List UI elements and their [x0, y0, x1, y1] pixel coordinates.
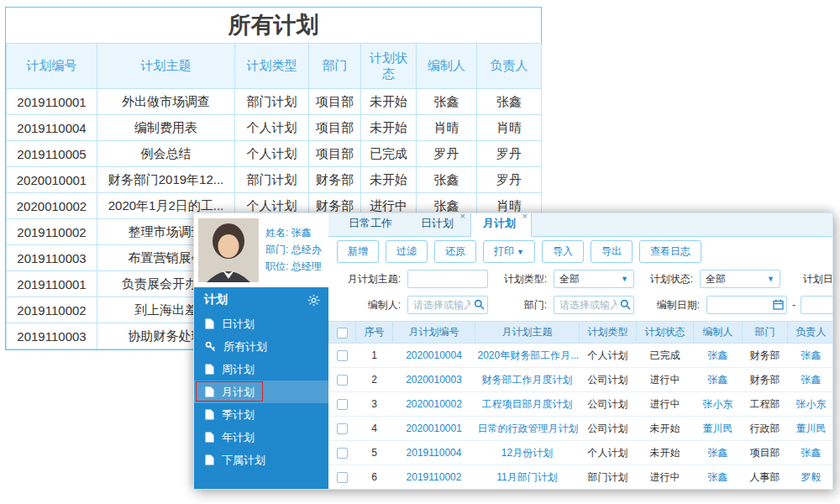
row-checkbox[interactable]	[337, 350, 348, 361]
toolbar-button[interactable]: 导入	[542, 240, 584, 263]
plan-table-cell: 5	[356, 441, 393, 465]
checkbox-cell	[329, 441, 356, 465]
plan-table-link-cell[interactable]: 张鑫	[788, 368, 833, 392]
row-checkbox[interactable]	[337, 423, 348, 434]
sidebar-item[interactable]: 日计划	[194, 312, 328, 335]
row-checkbox[interactable]	[337, 448, 348, 459]
plan-table-link-cell[interactable]: 2020年财务部工作月...	[475, 344, 580, 368]
tab-close-icon[interactable]: ×	[460, 213, 465, 221]
plan-table-row: 120200100042020年财务部工作月...个人计划已完成张鑫财务部张鑫	[329, 344, 833, 368]
type-filter-value: 全部	[559, 272, 580, 286]
sidebar-item[interactable]: 下属计划	[194, 449, 328, 471]
bg-table-cell: 罗丹	[477, 141, 542, 167]
plan-table: 序号月计划编号月计划主题计划类型计划状态编制人部门负责人 12020010004…	[328, 321, 832, 489]
toolbar-button[interactable]: 打印▼	[483, 240, 535, 263]
key-icon	[205, 341, 216, 352]
sidebar-item[interactable]: 年计划	[194, 426, 328, 449]
type-filter-select[interactable]: 全部 ▼	[554, 270, 634, 288]
plan-table-link-cell[interactable]: 2020010002	[393, 392, 475, 417]
plan-table-link-cell[interactable]: 日常的行政管理月计划	[475, 417, 580, 441]
gear-icon[interactable]	[307, 294, 320, 307]
tab-label: 月计划	[483, 217, 516, 229]
select-all-checkbox[interactable]	[337, 328, 348, 339]
tab-close-icon[interactable]: ×	[522, 213, 528, 221]
profile-name: 姓名: 张鑫	[265, 224, 322, 241]
bg-table-cell: 张鑫	[417, 167, 477, 193]
plan-table-cell: 2	[356, 368, 393, 392]
plan-table-link-cell[interactable]: 2020010001	[393, 417, 475, 441]
sidebar-item[interactable]: 所有计划	[194, 335, 328, 358]
plan-column-header: 序号	[356, 322, 393, 344]
plan-table-cell: 进行中	[637, 368, 694, 392]
sidebar-item[interactable]: 周计划	[194, 358, 328, 381]
bg-table-cell: 项目部	[309, 89, 361, 115]
tab[interactable]: 月计划×	[470, 213, 532, 237]
bg-table-cell: 张鑫	[477, 89, 542, 115]
bg-table-cell: 财务部	[309, 167, 361, 193]
bg-table-cell: 2019110005	[7, 141, 97, 167]
plan-table-link-cell[interactable]: 2020010004	[393, 344, 475, 368]
plan-table-link-cell[interactable]: 张鑫	[694, 344, 743, 368]
date-range-separator: -	[792, 299, 795, 311]
row-checkbox[interactable]	[337, 399, 348, 410]
bg-column-header: 计划类型	[235, 44, 309, 89]
plan-table-link-cell[interactable]: 罗毅	[788, 465, 833, 490]
search-icon[interactable]	[474, 299, 485, 310]
filter-panel: 月计划主题: 计划类型: 全部 ▼ 计划状态: 全部 ▼ 计划日期:	[328, 265, 832, 321]
plan-table-link-cell[interactable]: 2019110004	[393, 441, 475, 465]
bg-table-cell: 肖晴	[417, 115, 477, 141]
plan-table-link-cell[interactable]: 2020010003	[393, 368, 475, 392]
file-icon	[205, 432, 214, 443]
sidebar-item[interactable]: 季计划	[194, 403, 328, 426]
tab[interactable]: 日计划×	[409, 213, 469, 236]
plan-column-header: 月计划编号	[393, 322, 475, 344]
plan-table-link-cell[interactable]: 张小东	[694, 392, 743, 417]
plan-table-row: 6201911000211月部门计划部门计划进行中张鑫人事部罗毅	[329, 465, 833, 490]
bg-table-row: 2019110004编制费用表个人计划项目部未开始肖晴肖晴	[7, 115, 542, 141]
plan-table-link-cell[interactable]: 2019110002	[393, 465, 475, 490]
plan-table-link-cell[interactable]: 张鑫	[694, 465, 743, 490]
search-icon[interactable]	[620, 299, 631, 310]
right-panel: 日常工作日计划×月计划× 新增过滤还原打印▼导入导出查看日志 月计划主题: 计划…	[328, 213, 832, 489]
bg-table-row: 2019110005例会总结个人计划项目部已完成罗丹罗丹	[7, 141, 542, 167]
toolbar-button[interactable]: 还原	[434, 240, 476, 263]
select-all-header-cell	[329, 322, 356, 344]
tab[interactable]: 日常工作	[337, 213, 407, 236]
plan-table-link-cell[interactable]: 董川民	[788, 417, 833, 441]
row-checkbox[interactable]	[337, 472, 348, 483]
plan-table-link-cell[interactable]: 12月份计划	[475, 441, 580, 465]
toolbar-button[interactable]: 过滤	[386, 240, 428, 263]
toolbar-button[interactable]: 导出	[591, 240, 633, 263]
bg-table-cell: 个人计划	[235, 115, 309, 141]
toolbar-button[interactable]: 查看日志	[639, 240, 701, 263]
calendar-icon[interactable]	[773, 299, 784, 310]
plan-table-link-cell[interactable]: 张鑫	[694, 441, 743, 465]
subject-filter-input[interactable]	[407, 270, 488, 288]
plan-table-link-cell[interactable]: 张鑫	[788, 344, 833, 368]
plan-table-link-cell[interactable]: 张鑫	[788, 441, 833, 465]
sidebar-item[interactable]: 月计划	[194, 381, 328, 403]
file-icon	[205, 454, 214, 465]
plan-table-link-cell[interactable]: 工程项目部月度计划	[475, 392, 580, 417]
toolbar-button[interactable]: 新增	[337, 240, 379, 263]
bg-table-cell: 2019110004	[7, 115, 97, 141]
plan-table-link-cell[interactable]: 张鑫	[694, 368, 743, 392]
avatar	[198, 218, 259, 282]
plan-date-filter-label: 计划日期:	[787, 272, 832, 286]
plan-table-link-cell[interactable]: 张小东	[788, 392, 833, 417]
compile-date-end-input[interactable]	[801, 296, 832, 314]
row-checkbox[interactable]	[337, 375, 348, 386]
plan-table-cell: 未开始	[637, 417, 694, 441]
file-icon	[205, 318, 214, 329]
status-filter-select[interactable]: 全部 ▼	[700, 270, 780, 288]
bg-table-cell: 项目部	[309, 115, 361, 141]
bg-column-header: 计划编号	[7, 44, 97, 89]
bg-table-row: 2020010001财务部门2019年12...部门计划财务部未开始张鑫罗丹	[7, 167, 542, 193]
plan-table-link-cell[interactable]: 财务部工作月度计划	[475, 368, 580, 392]
bg-table-cell: 2019110003	[7, 323, 97, 349]
plan-table-link-cell[interactable]: 董川民	[694, 417, 743, 441]
filter-row-2: 编制人: 部门:	[337, 295, 832, 315]
compiler-filter-label: 编制人:	[337, 298, 401, 312]
plan-table-link-cell[interactable]: 11月部门计划	[475, 465, 580, 490]
sidebar-item-label: 所有计划	[223, 339, 267, 354]
